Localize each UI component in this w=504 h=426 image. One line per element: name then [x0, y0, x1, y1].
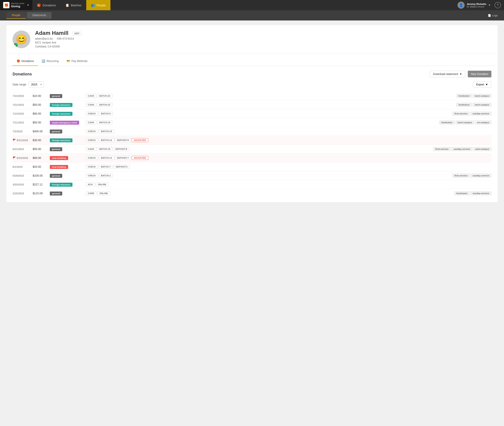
- method-tag: ADJUSTED: [132, 156, 148, 160]
- donation-fund: general: [50, 130, 83, 133]
- fund-tag[interactable]: general: [50, 147, 62, 151]
- profile-section: 😊 ✓ Adam Hamill EDIT adam@pco.bz 938-473…: [6, 25, 498, 54]
- donation-amount: $60.00: [33, 112, 47, 115]
- method-tag: CARD: [86, 191, 96, 195]
- edit-button[interactable]: EDIT: [72, 32, 82, 35]
- donation-methods: CASHBATCH:15DEPOSIT:9: [86, 147, 431, 151]
- donation-fund: foreign-missions: [50, 183, 83, 186]
- user-info[interactable]: 👤 Jeremy Ricketts St. Ballard Church ▼: [456, 1, 492, 9]
- tag: fundraiser: [456, 103, 472, 107]
- method-tag: BATCH:5: [99, 112, 113, 115]
- top-nav: 🎁 planning center Giving ▼ 🎁 Donations 📋…: [0, 0, 504, 10]
- donation-methods: CHECKBATCH:16DEPOSIT:8ADJUSTED: [86, 138, 489, 142]
- donation-methods: CASHBATCH:19: [86, 121, 437, 124]
- donation-tags: first-servicesunday-service: [452, 174, 491, 178]
- donation-date: 🚩6/21/2015: [13, 139, 30, 142]
- tab-recurring[interactable]: 🔄 Recurring: [38, 57, 63, 66]
- nav-tabs: 🎁 Donations 📋 Batches 👥 People: [32, 0, 453, 10]
- fund-tag[interactable]: new-building: [50, 156, 68, 160]
- fund-tag[interactable]: foreign-missions: [50, 103, 72, 107]
- sub-tab-statements[interactable]: Statements: [27, 12, 52, 19]
- donation-date: 7/2/2015: [13, 130, 30, 133]
- nav-right: 👤 Jeremy Ricketts St. Ballard Church ▼ ?: [453, 0, 504, 10]
- donation-methods: CHECKBATCH:7DEPOSIT:2: [86, 165, 489, 169]
- logs-button[interactable]: 📄 Logs: [488, 14, 498, 17]
- fund-tag[interactable]: foreign-missions: [50, 183, 72, 187]
- table-row[interactable]: 2/25/2015 $115.09 general CARDONLINE fun…: [13, 189, 491, 198]
- table-row[interactable]: 5/29/2015 $100.00 general CHECKBATCH:2 f…: [13, 171, 491, 180]
- method-tag: DEPOSIT:8: [115, 138, 131, 142]
- method-tag: DEPOSIT:2: [114, 165, 130, 169]
- donation-date: 7/13/2015: [13, 112, 30, 115]
- main-content: 😊 ✓ Adam Hamill EDIT adam@pco.bz 938-473…: [0, 21, 504, 207]
- tag: sunday-service: [470, 191, 491, 195]
- donation-methods: ACHONLINE: [86, 183, 489, 186]
- donation-amount: $20.00: [33, 165, 47, 168]
- table-row[interactable]: 🚩6/21/2015 $30.00 foreign-missions CHECK…: [13, 136, 491, 145]
- method-tag: ONLINE: [97, 191, 110, 195]
- method-tag: BATCH:15: [97, 147, 112, 151]
- donation-fund: general: [50, 174, 83, 177]
- profile-phone: 938-473-6214: [57, 37, 74, 40]
- donation-date: 7/22/2015: [13, 94, 30, 98]
- table-row[interactable]: 3/25/2015 $227.11 foreign-missions ACHON…: [13, 180, 491, 189]
- export-button[interactable]: Export ▼: [473, 81, 491, 88]
- nav-tab-batches[interactable]: 📋 Batches: [61, 0, 86, 10]
- fund-tag[interactable]: foreign-missions: [50, 112, 72, 116]
- donation-date: 5/29/2015: [13, 174, 30, 177]
- table-row[interactable]: 7/13/2015 $60.00 foreign-missions CHECKB…: [13, 109, 491, 118]
- fund-tag[interactable]: general: [50, 174, 62, 178]
- people-nav-icon: 👥: [91, 3, 95, 7]
- user-church: St. Ballard Church: [467, 6, 486, 8]
- nav-tab-donations[interactable]: 🎁 Donations: [32, 0, 61, 10]
- tag: west-campus: [455, 121, 474, 124]
- table-row[interactable]: 7/2/2015 $400.00 general CHECKBATCH:18: [13, 127, 491, 136]
- user-name: Jeremy Ricketts: [467, 3, 486, 6]
- fund-tag[interactable]: foreign-missions: [50, 138, 72, 142]
- tag: first-service: [433, 147, 451, 151]
- method-tag: BATCH:18: [99, 129, 114, 133]
- table-row[interactable]: 6/21/2015 $50.00 general CASHBATCH:15DEP…: [13, 145, 491, 154]
- fund-tag[interactable]: new-building: [50, 165, 68, 169]
- help-button[interactable]: ?: [495, 2, 501, 8]
- table-row[interactable]: 7/21/2015 $50.00 foreign-missions CASHBA…: [13, 100, 491, 109]
- fund-tag[interactable]: nepal-emergancy-relief: [50, 121, 79, 125]
- table-row[interactable]: 🚩6/15/2015 $89.00 new-building CHECKBATC…: [13, 154, 491, 163]
- new-donation-button[interactable]: New Donation: [468, 71, 491, 77]
- content-tabs: 🎁 Donations 🔄 Recurring 💳 Pay Methods: [6, 57, 498, 66]
- donation-amount: $100.00: [33, 174, 47, 177]
- fund-tag[interactable]: general: [50, 192, 62, 195]
- logo-brand: planning center: [11, 2, 24, 5]
- nav-tab-people[interactable]: 👥 People: [86, 0, 110, 10]
- tab-donations[interactable]: 🎁 Donations: [13, 57, 38, 66]
- donation-fund: nepal-emergancy-relief: [50, 121, 83, 124]
- fund-tag[interactable]: general: [50, 129, 62, 134]
- donation-methods: CASHBATCH:22: [86, 94, 454, 98]
- filter-label: Date range: [13, 83, 26, 86]
- donation-methods: CASHBATCH:22: [86, 103, 454, 107]
- method-tag: CHECK: [86, 174, 98, 178]
- table-row[interactable]: 7/11/2015 $50.00 nepal-emergancy-relief …: [13, 118, 491, 127]
- profile-city: Carlsbad, CA 92008: [35, 45, 82, 48]
- donation-date: 3/25/2015: [13, 183, 30, 186]
- table-row[interactable]: 6/1/2015 $20.00 new-building CHECKBATCH:…: [13, 163, 491, 171]
- table-row[interactable]: 7/22/2015 $10.00 general CASHBATCH:22 fu…: [13, 92, 491, 100]
- donations-table: 7/22/2015 $10.00 general CASHBATCH:22 fu…: [13, 92, 491, 198]
- donation-date: 6/21/2015: [13, 148, 30, 151]
- donation-date: 7/21/2015: [13, 103, 30, 106]
- method-tag: BATCH:2: [99, 174, 113, 178]
- donations-title: Donations: [13, 72, 32, 76]
- year-select[interactable]: 2015 2014 2013: [28, 81, 44, 87]
- fund-tag[interactable]: general: [50, 94, 62, 98]
- method-tag: CASH: [86, 103, 96, 107]
- tab-pay-methods[interactable]: 💳 Pay Methods: [63, 57, 92, 66]
- method-tag: CHECK: [86, 112, 98, 115]
- donation-amount: $50.00: [33, 121, 47, 124]
- logo-area[interactable]: 🎁 planning center Giving ▼: [0, 0, 32, 10]
- donation-tags: first-servicesunday-serviceeast-campus: [433, 147, 491, 151]
- method-tag: CHECK: [86, 129, 98, 133]
- recurring-tab-icon: 🔄: [42, 59, 45, 63]
- sub-tab-people[interactable]: People: [6, 12, 26, 19]
- donation-date: 7/11/2015: [13, 121, 30, 124]
- download-statement-button[interactable]: Download statement ▼: [430, 71, 466, 77]
